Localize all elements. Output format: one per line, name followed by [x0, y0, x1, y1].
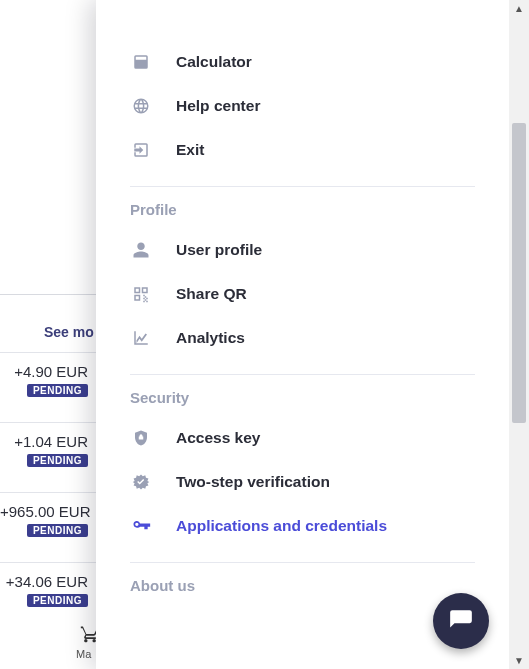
amount: +34.06 EUR — [0, 573, 88, 590]
menu-item-label: Access key — [176, 429, 260, 447]
menu-item-user-profile[interactable]: User profile — [130, 228, 475, 272]
divider — [130, 562, 475, 563]
verified-icon — [130, 471, 152, 493]
divider — [130, 374, 475, 375]
bottom-label: Ma — [76, 648, 91, 660]
menu-item-label: Share QR — [176, 285, 247, 303]
menu-item-label: Two-step verification — [176, 473, 330, 491]
menu-item-calculator[interactable]: Calculator — [130, 40, 475, 84]
scroll-down-arrow[interactable]: ▼ — [514, 652, 524, 669]
settings-panel: Calculator Help center Exit Profile — [96, 0, 509, 669]
amount: +4.90 EUR — [0, 363, 88, 380]
transaction-row[interactable]: +965.00 EUR PENDING — [0, 492, 96, 546]
transaction-row[interactable]: +4.90 EUR PENDING — [0, 352, 96, 406]
scrollbar[interactable]: ▲ ▼ — [509, 0, 529, 669]
section-title-about: About us — [130, 577, 475, 594]
menu-item-access-key[interactable]: Access key — [130, 416, 475, 460]
menu-item-label: Calculator — [176, 53, 252, 71]
status-badge: PENDING — [27, 524, 88, 537]
chat-fab[interactable] — [433, 593, 489, 649]
menu-item-label: Exit — [176, 141, 204, 159]
calculator-icon — [130, 51, 152, 73]
qr-icon — [130, 283, 152, 305]
globe-icon — [130, 95, 152, 117]
menu-item-label: User profile — [176, 241, 262, 259]
section-title-security: Security — [130, 389, 475, 406]
transaction-row[interactable]: +34.06 EUR PENDING — [0, 562, 96, 616]
transaction-row[interactable]: +1.04 EUR PENDING — [0, 422, 96, 476]
scrollbar-thumb[interactable] — [512, 123, 526, 423]
scrollbar-track[interactable] — [509, 17, 529, 652]
analytics-icon — [130, 327, 152, 349]
see-more-link[interactable]: See mo — [44, 324, 94, 340]
menu-item-applications-credentials[interactable]: Applications and credentials — [130, 504, 475, 548]
amount: +1.04 EUR — [0, 433, 88, 450]
user-icon — [130, 239, 152, 261]
menu-item-two-step[interactable]: Two-step verification — [130, 460, 475, 504]
menu-item-share-qr[interactable]: Share QR — [130, 272, 475, 316]
menu-item-label: Analytics — [176, 329, 245, 347]
menu-item-exit[interactable]: Exit — [130, 128, 475, 172]
scroll-up-arrow[interactable]: ▲ — [514, 0, 524, 17]
status-badge: PENDING — [27, 384, 88, 397]
menu-item-analytics[interactable]: Analytics — [130, 316, 475, 360]
menu-item-help-center[interactable]: Help center — [130, 84, 475, 128]
amount: +965.00 EUR — [0, 503, 88, 520]
key-icon — [130, 515, 152, 537]
background-list: See mo +4.90 EUR PENDING +1.04 EUR PENDI… — [0, 0, 96, 669]
menu-item-label: Help center — [176, 97, 260, 115]
status-badge: PENDING — [27, 594, 88, 607]
section-title-profile: Profile — [130, 201, 475, 218]
menu-item-label: Applications and credentials — [176, 517, 387, 535]
exit-icon — [130, 139, 152, 161]
shield-icon — [130, 427, 152, 449]
chat-icon — [448, 608, 474, 634]
divider — [130, 186, 475, 187]
status-badge: PENDING — [27, 454, 88, 467]
